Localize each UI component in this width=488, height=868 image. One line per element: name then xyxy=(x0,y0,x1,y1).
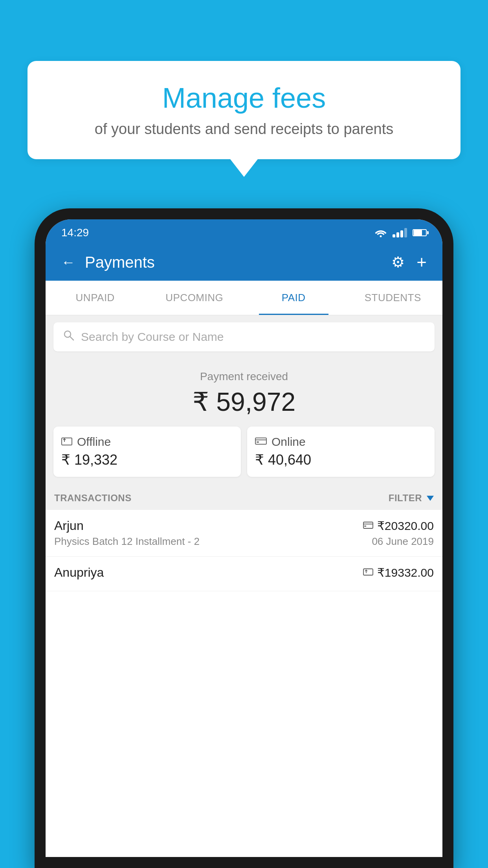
header-right: ⚙ + xyxy=(391,252,427,272)
transactions-label: TRANSACTIONS xyxy=(54,493,132,504)
transaction-amount: ₹19332.00 xyxy=(377,566,434,579)
speech-bubble-container: Manage fees of your students and send re… xyxy=(28,61,460,177)
speech-bubble-arrow xyxy=(230,159,258,177)
payment-received-amount: ₹ 59,972 xyxy=(53,387,435,417)
table-row[interactable]: Anupriya ₹19332.00 xyxy=(46,557,442,591)
svg-rect-5 xyxy=(255,438,266,444)
search-input[interactable]: Search by Course or Name xyxy=(81,330,224,344)
transaction-name: Anupriya xyxy=(54,565,104,580)
transaction-amount-wrap: ₹19332.00 xyxy=(363,566,434,579)
transaction-top-row: Anupriya ₹19332.00 xyxy=(54,565,434,580)
online-icon xyxy=(255,436,267,448)
offline-payment-card: Offline ₹ 19,332 xyxy=(53,427,241,477)
filter-triangle-icon xyxy=(427,496,434,501)
speech-bubble: Manage fees of your students and send re… xyxy=(28,61,460,159)
transaction-top-row: Arjun ₹20320.00 xyxy=(54,519,434,533)
back-button[interactable]: ← xyxy=(61,255,75,269)
online-label: Online xyxy=(272,435,306,449)
offline-card-header: Offline xyxy=(61,435,233,449)
phone-screen: 14:29 xyxy=(46,219,442,857)
transaction-date: 06 June 2019 xyxy=(372,535,434,548)
wifi-icon xyxy=(374,228,387,237)
search-icon xyxy=(63,329,75,344)
online-payment-card: Online ₹ 40,640 xyxy=(247,427,435,477)
transaction-amount: ₹20320.00 xyxy=(377,519,434,533)
tab-upcoming[interactable]: UPCOMING xyxy=(145,281,244,315)
online-amount: ₹ 40,640 xyxy=(255,452,427,468)
payment-received-label: Payment received xyxy=(53,370,435,383)
settings-icon[interactable]: ⚙ xyxy=(391,254,405,271)
filter-button[interactable]: FILTER xyxy=(389,493,434,504)
table-row[interactable]: Arjun ₹20320.00 xyxy=(46,510,442,557)
transactions-header: TRANSACTIONS FILTER xyxy=(46,486,442,510)
tab-paid[interactable]: PAID xyxy=(244,281,343,315)
battery-icon xyxy=(413,229,427,236)
payment-received-section: Payment received ₹ 59,972 xyxy=(46,359,442,427)
online-card-header: Online xyxy=(255,435,427,449)
bubble-title: Manage fees xyxy=(51,83,437,114)
tabs-bar: UNPAID UPCOMING PAID STUDENTS xyxy=(46,281,442,315)
transaction-list: Arjun ₹20320.00 xyxy=(46,510,442,857)
tab-students[interactable]: STUDENTS xyxy=(343,281,443,315)
signal-icon xyxy=(393,228,407,237)
transaction-course: Physics Batch 12 Installment - 2 xyxy=(54,535,200,548)
transaction-bottom-row: Physics Batch 12 Installment - 2 06 June… xyxy=(54,535,434,548)
svg-rect-11 xyxy=(363,569,373,575)
svg-rect-8 xyxy=(363,522,373,528)
page-title: Payments xyxy=(85,254,155,271)
offline-icon xyxy=(61,436,72,448)
transaction-card-icon xyxy=(363,568,373,577)
content-area: Search by Course or Name Payment receive… xyxy=(46,315,442,857)
svg-line-2 xyxy=(70,337,73,340)
transaction-card-icon xyxy=(363,521,373,531)
offline-amount: ₹ 19,332 xyxy=(61,452,233,468)
bubble-subtitle: of your students and send receipts to pa… xyxy=(51,121,437,138)
phone-frame: 14:29 xyxy=(35,208,453,868)
transaction-amount-wrap: ₹20320.00 xyxy=(363,519,434,533)
add-icon[interactable]: + xyxy=(416,252,427,272)
header-left: ← Payments xyxy=(61,254,155,271)
svg-rect-7 xyxy=(257,441,259,443)
tab-unpaid[interactable]: UNPAID xyxy=(46,281,145,315)
svg-rect-3 xyxy=(62,438,72,445)
status-bar: 14:29 xyxy=(46,219,442,244)
svg-rect-10 xyxy=(364,526,366,527)
status-icons xyxy=(374,228,427,237)
battery-fill xyxy=(414,230,422,235)
search-container[interactable]: Search by Course or Name xyxy=(53,322,435,351)
transaction-name: Arjun xyxy=(54,519,84,533)
svg-point-0 xyxy=(380,235,382,237)
app-header: ← Payments ⚙ + xyxy=(46,244,442,281)
cards-row: Offline ₹ 19,332 Onli xyxy=(46,427,442,486)
status-time: 14:29 xyxy=(61,226,89,239)
offline-label: Offline xyxy=(77,435,111,449)
